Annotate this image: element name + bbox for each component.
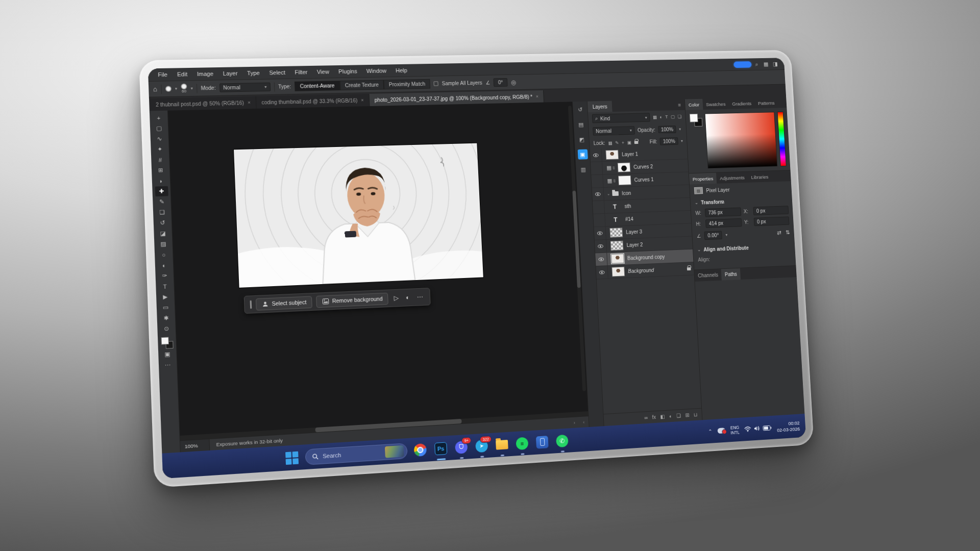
- new-group-icon[interactable]: ❏: [676, 413, 681, 418]
- tab-libraries[interactable]: Libraries: [748, 171, 772, 183]
- search-input[interactable]: [323, 449, 381, 459]
- gradient-tool-icon[interactable]: ▨: [157, 239, 170, 249]
- filter-shape-icon[interactable]: ▢: [671, 114, 675, 119]
- type-tool-icon[interactable]: T: [158, 281, 172, 292]
- workspace-icon[interactable]: ▦: [762, 61, 770, 67]
- brush-size-picker[interactable]: 60: [181, 84, 187, 94]
- tab-adjustments[interactable]: Adjustments: [716, 172, 748, 184]
- chevron-down-icon[interactable]: ⌄: [607, 191, 610, 196]
- transform-icon[interactable]: ▷: [392, 294, 400, 302]
- opacity-field[interactable]: 100%: [658, 126, 676, 133]
- home-icon[interactable]: ⌂: [153, 85, 157, 93]
- flip-horizontal-icon[interactable]: ⇄: [777, 230, 781, 236]
- visibility-toggle[interactable]: [593, 214, 605, 227]
- screen-mode-icon[interactable]: ▣: [161, 349, 174, 360]
- menu-filter[interactable]: Filter: [290, 68, 312, 77]
- chevron-down-icon[interactable]: ▾: [175, 86, 178, 91]
- close-icon[interactable]: ×: [361, 97, 364, 103]
- dodge-tool-icon[interactable]: ◐: [157, 260, 170, 270]
- visibility-toggle[interactable]: [591, 175, 603, 188]
- width-field[interactable]: 736 px: [705, 208, 741, 217]
- system-icons[interactable]: [744, 425, 772, 432]
- canvas[interactable]: Select subject Remove background ▷ ◐ ⋯: [168, 102, 588, 436]
- color-field[interactable]: [705, 112, 778, 168]
- x-field[interactable]: 0 px: [753, 206, 789, 215]
- lock-artboard-icon[interactable]: ▣: [627, 140, 631, 145]
- path-selection-tool-icon[interactable]: ▶: [159, 292, 172, 303]
- link-layers-icon[interactable]: ∞: [644, 415, 648, 420]
- lock-position-icon[interactable]: +: [622, 140, 625, 145]
- share-button[interactable]: [733, 61, 752, 68]
- mask-thumbnail[interactable]: [618, 176, 631, 185]
- layer-style-icon[interactable]: fx: [652, 414, 656, 420]
- info-panel-icon[interactable]: ▥: [578, 164, 589, 174]
- layer-filter-select[interactable]: ⌕ Kind ▾: [592, 113, 650, 123]
- brush-tool-icon[interactable]: ✎: [155, 196, 168, 207]
- eraser-tool-icon[interactable]: ◪: [156, 228, 169, 239]
- export-panel-icon[interactable]: ▣: [577, 149, 587, 160]
- new-layer-icon[interactable]: ⊞: [685, 412, 690, 418]
- frame-tool-icon[interactable]: ⊞: [154, 165, 167, 176]
- menu-window[interactable]: Window: [362, 66, 390, 75]
- sample-all-layers-checkbox[interactable]: [434, 81, 438, 86]
- marquee-tool-icon[interactable]: ▢: [153, 123, 166, 133]
- delete-layer-icon[interactable]: ⊔: [694, 412, 698, 417]
- chevron-left-icon[interactable]: ‹: [579, 419, 589, 425]
- menu-image[interactable]: Image: [192, 69, 217, 78]
- flip-vertical-icon[interactable]: ⇅: [786, 229, 790, 236]
- zoom-tool-icon[interactable]: ⊙: [160, 323, 173, 334]
- panel-menu-icon[interactable]: ≡: [678, 102, 685, 108]
- adjustment-icon[interactable]: ◐: [404, 294, 411, 302]
- crop-tool-icon[interactable]: #: [154, 155, 167, 165]
- tab-paths[interactable]: Paths: [721, 268, 741, 281]
- search-icon[interactable]: ⌕: [752, 61, 761, 67]
- chrome-app-icon[interactable]: [412, 441, 428, 458]
- color-swatches[interactable]: [161, 337, 173, 349]
- select-subject-button[interactable]: Select subject: [256, 296, 312, 311]
- y-field[interactable]: 0 px: [753, 216, 789, 226]
- menu-edit[interactable]: Edit: [173, 70, 191, 79]
- adjustment-layer-icon[interactable]: ◐: [669, 413, 672, 419]
- layer-thumbnail[interactable]: [610, 241, 624, 251]
- visibility-toggle[interactable]: [594, 227, 606, 239]
- lasso-tool-icon[interactable]: ∿: [153, 134, 166, 144]
- lock-pixels-icon[interactable]: ✎: [615, 140, 619, 145]
- tab-properties[interactable]: Properties: [689, 173, 717, 185]
- onedrive-icon[interactable]: [718, 428, 726, 434]
- taskbar-search[interactable]: [305, 443, 407, 465]
- pen-pressure-icon[interactable]: ◎: [511, 79, 517, 86]
- search-highlight-image[interactable]: [385, 445, 404, 458]
- chevron-down-icon[interactable]: ▾: [681, 139, 683, 143]
- quick-selection-tool-icon[interactable]: ✦: [153, 144, 166, 154]
- layer-thumbnail[interactable]: [605, 150, 619, 160]
- filter-type-icon[interactable]: T: [665, 114, 668, 119]
- menu-plugins[interactable]: Plugins: [334, 67, 361, 76]
- visibility-toggle[interactable]: [596, 266, 608, 279]
- comments-panel-icon[interactable]: ▤: [576, 119, 586, 130]
- drag-handle[interactable]: [250, 300, 252, 309]
- eyedropper-tool-icon[interactable]: ◗: [154, 176, 167, 186]
- filter-pixel-icon[interactable]: ▦: [653, 115, 657, 120]
- height-field[interactable]: 414 px: [705, 218, 742, 228]
- menu-type[interactable]: Type: [242, 69, 264, 78]
- shape-tool-icon[interactable]: ▭: [159, 302, 172, 313]
- hand-tool-icon[interactable]: ✱: [159, 313, 173, 323]
- edit-toolbar-icon[interactable]: ⋯: [161, 360, 175, 370]
- clone-stamp-tool-icon[interactable]: ❏: [156, 207, 169, 217]
- chevron-down-icon[interactable]: ▾: [190, 86, 193, 91]
- tab-color[interactable]: Color: [685, 99, 703, 110]
- arrange-icon[interactable]: ◨: [771, 61, 779, 67]
- layer-thumbnail[interactable]: [611, 267, 625, 277]
- chevron-down-icon[interactable]: ⌄: [695, 201, 698, 205]
- proximity-match-button[interactable]: Proximity Match: [383, 79, 430, 90]
- mode-select[interactable]: Normal ▾: [219, 83, 271, 92]
- spotify-app-icon[interactable]: ≡: [514, 435, 530, 452]
- character-panel-icon[interactable]: ◩: [577, 134, 587, 144]
- rotation-field[interactable]: 0.00°: [704, 231, 722, 240]
- spot-healing-tool-icon[interactable]: ✚: [155, 186, 168, 196]
- menu-view[interactable]: View: [312, 67, 333, 76]
- move-tool-icon[interactable]: +: [152, 113, 165, 123]
- tab-gradients[interactable]: Gradients: [728, 98, 755, 109]
- layer-thumbnail[interactable]: [609, 228, 623, 238]
- language-indicator[interactable]: ENG INTL: [730, 424, 740, 435]
